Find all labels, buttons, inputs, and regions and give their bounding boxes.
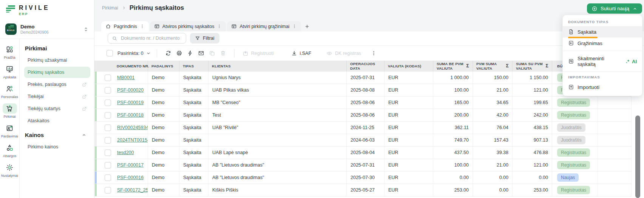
tab-pagrindinis[interactable]: Pagrindinis <box>101 21 149 31</box>
kebab-icon[interactable] <box>140 24 145 29</box>
document-link[interactable]: PSF-000020 <box>117 87 144 93</box>
cart-icon <box>3 103 17 114</box>
column-header-valiuta[interactable]: Valiuta (kodas) <box>385 61 433 72</box>
row-strip <box>95 97 97 109</box>
cell-klientas: Ugnius Narys <box>208 72 347 84</box>
row-checkbox[interactable] <box>105 112 111 118</box>
document-link[interactable]: 2024TNT00154 <box>117 137 148 143</box>
rail-item-atsargos[interactable]: Atsargos <box>0 143 19 158</box>
refresh-button[interactable] <box>163 48 174 59</box>
cell-empty <box>598 122 632 134</box>
rail-item-nustatymai[interactable]: Nustatymai <box>0 162 19 178</box>
breadcrumb-parent[interactable]: Pirkimai <box>102 5 118 11</box>
row-checkbox[interactable] <box>105 87 111 94</box>
column-header-padalinys[interactable]: Padalinys <box>148 61 179 72</box>
create-new-dropdown: Dokumento tipas Sąskaita Grąžinimas Skai… <box>562 15 642 96</box>
column-header-tipas[interactable]: Tipas <box>179 61 208 72</box>
cell-empty <box>598 184 632 196</box>
column-header-suma-be-pvm[interactable]: Suma be PVM valiutaΣ <box>433 61 473 72</box>
cell-suma-su-pvm: 121.00 <box>513 159 552 171</box>
document-link[interactable]: PSF-000016 <box>117 175 144 180</box>
print-button[interactable] <box>174 48 185 59</box>
column-header-suma-su-pvm[interactable]: Suma su PVM valiutaΣ <box>513 61 552 72</box>
table-row[interactable]: PSF-000020 Demo Sąskaita UAB Pilkas vilk… <box>94 84 632 97</box>
document-link[interactable]: PSF-000019 <box>117 100 144 105</box>
create-new-button[interactable]: Sukurti naują <box>587 3 642 14</box>
document-link[interactable]: SF-000172_25 <box>117 187 148 193</box>
sum-icon[interactable]: Σ <box>465 63 469 69</box>
rail-item-apskaita[interactable]: Apskaita <box>0 64 19 79</box>
table-header-row: Dokumento nr. Padalinys Tipas Klientas O… <box>94 61 632 72</box>
sidebar-item-pirkimu-saskaitos[interactable]: Pirkimų sąskaitos <box>24 67 90 78</box>
dropdown-item-saskaita[interactable]: Sąskaita <box>563 26 642 37</box>
sidebar-item-tiekeju-sutartys[interactable]: Tiekėjų sutartys <box>24 103 90 114</box>
menu-heading-kainos[interactable]: Kainos <box>25 132 90 138</box>
dropdown-item-importuoti[interactable]: Importuoti <box>563 81 642 93</box>
dropdown-item-skaitmeninti-saskaita[interactable]: Skaitmeninti sąskaitą AI <box>563 53 642 70</box>
chevron-down-icon[interactable] <box>146 51 151 56</box>
table-row[interactable]: PSF-000018 Demo Sąskaita Test 2025-08-06… <box>94 109 632 122</box>
table-row[interactable]: PSF-000017 Demo Sąskaita AB "Lietuvos dr… <box>94 159 632 171</box>
cell-suma-be-pvm: 0.00 <box>433 171 473 184</box>
dropdown-item-grazinimas[interactable]: Grąžinimas <box>563 37 642 49</box>
isaf-button[interactable]: i.SAF <box>291 50 312 56</box>
document-link[interactable]: MB0001 <box>117 75 135 80</box>
row-checkbox[interactable] <box>105 75 111 81</box>
column-header-operacijos-data[interactable]: Operacijos data <box>347 61 385 72</box>
sum-icon[interactable]: Σ <box>544 63 548 69</box>
filters-button[interactable]: Filtrai <box>190 33 219 44</box>
register-button[interactable]: Registruoti <box>242 50 274 56</box>
document-link[interactable]: tesd200 <box>117 150 134 155</box>
gear-icon <box>3 162 17 173</box>
tab-atviri-pirkimu-grazinimai[interactable]: Atviri pirkimų grąžinimai <box>227 21 301 31</box>
dk-register-button[interactable]: DK registras <box>326 50 361 56</box>
select-all-checkbox[interactable] <box>107 50 113 56</box>
row-checkbox[interactable] <box>105 175 111 181</box>
table-row[interactable]: SF-000172_25 Demo Sąskaita Kiškis Piškis… <box>94 184 632 196</box>
column-header-klientas[interactable]: Klientas <box>208 61 347 72</box>
row-checkbox[interactable] <box>105 125 111 131</box>
kebab-icon[interactable] <box>217 24 222 29</box>
column-header-dokumento-nr[interactable]: Dokumento nr. <box>113 61 148 72</box>
zap-button[interactable] <box>185 48 196 59</box>
toolbar-kebab-button[interactable] <box>371 50 377 56</box>
sidebar-item-pirkimu-uzsakymai[interactable]: Pirkimų užsakymai <box>24 55 90 66</box>
table-row[interactable]: 2024TNT00154 Demo Sąskaita 2024-06-03 EU… <box>94 134 632 147</box>
rail-item-pirkimai[interactable]: Pirkimai <box>0 103 19 118</box>
row-checkbox[interactable] <box>105 100 111 106</box>
row-checkbox[interactable] <box>105 137 111 143</box>
sidebar-item-prekes-paslaugos[interactable]: Prekės, paslaugos <box>24 79 90 90</box>
rail-item-personalas[interactable]: Personalas <box>0 84 19 99</box>
sidebar-item-pirkimo-kainos[interactable]: Pirkimo kainos <box>24 141 90 153</box>
table-row[interactable]: tesd200 Demo Sąskaita UAB Lapė snapė 202… <box>94 147 632 159</box>
company-switcher[interactable]: RIVILE Demo Demo20240906 <box>0 20 94 39</box>
tab-atviros-pirkimu-saskaitos[interactable]: Atviros pirkimų sąskaitos <box>150 21 226 31</box>
table-row[interactable]: MB0001 Demo Sąskaita Ugnius Narys 2025-0… <box>94 72 632 84</box>
cell-padalinys: Demo <box>148 171 179 184</box>
table-row[interactable]: PSF-000019 Demo Sąskaita MB "Censeo" 202… <box>94 97 632 109</box>
search-input[interactable] <box>120 35 182 41</box>
add-tab-button[interactable] <box>302 22 312 31</box>
sidebar-item-ataskaitos[interactable]: Ataskaitos <box>24 115 90 126</box>
table-row[interactable]: RIV000245934 Demo Sąskaita UAB "Rivilė" … <box>94 122 632 134</box>
sum-icon[interactable]: Σ <box>505 63 509 69</box>
row-checkbox[interactable] <box>105 150 111 156</box>
vertical-scrollbar[interactable] <box>635 115 640 198</box>
copy-button[interactable] <box>207 48 218 59</box>
rail-item-pradzia[interactable]: Pradžia <box>0 44 19 59</box>
column-header-pvm-suma[interactable]: PVM suma valiutaΣ <box>473 61 513 72</box>
sidebar-item-tiekejai[interactable]: Tiekėjai <box>24 91 90 102</box>
rail-item-pardavimai[interactable]: Pardavimai <box>0 123 19 138</box>
document-link[interactable]: RIV000245934 <box>117 125 148 130</box>
email-button[interactable] <box>196 48 207 59</box>
table-row[interactable]: PSF-000016 Demo Sąskaita AB "Lietuvos dr… <box>94 171 632 184</box>
delete-button[interactable] <box>218 48 229 59</box>
document-link[interactable]: PSF-000017 <box>117 162 144 168</box>
row-checkbox[interactable] <box>105 162 111 168</box>
row-checkbox[interactable] <box>105 187 111 193</box>
kebab-icon[interactable] <box>292 24 297 29</box>
header-select <box>94 61 113 72</box>
cell-pvm-suma: 34.65 <box>473 97 513 109</box>
cell-klientas: UAB "Rivilė" <box>208 122 347 134</box>
document-link[interactable]: PSF-000018 <box>117 112 144 118</box>
